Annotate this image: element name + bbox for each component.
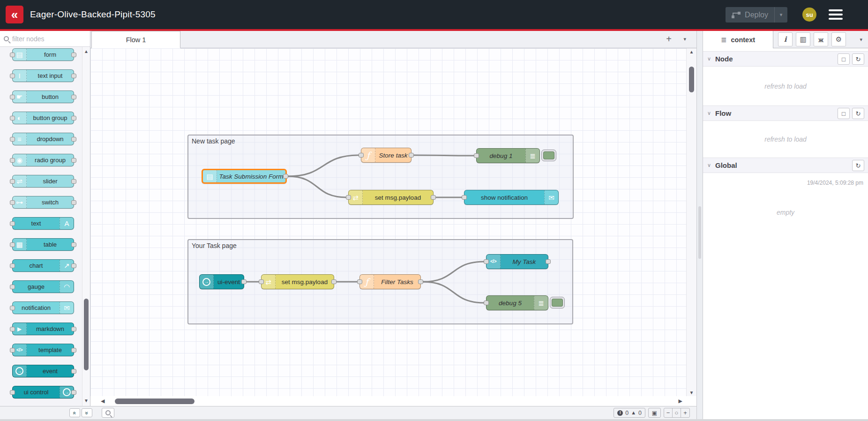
context-section-header-global[interactable]: ∨Global↻	[703, 158, 868, 173]
port-out[interactable]	[331, 279, 337, 284]
tab-flow-1[interactable]: Flow 1	[91, 31, 180, 48]
debug-toggle-button[interactable]	[550, 297, 565, 308]
palette-node-markdown[interactable]: ►markdown	[12, 323, 74, 335]
palette-node-chart[interactable]: ↗chart	[12, 259, 74, 272]
flow-node-filter-tasks[interactable]: ƒFilter Tasks	[359, 274, 421, 289]
port-in[interactable]	[10, 263, 15, 268]
port-out[interactable]	[409, 153, 414, 158]
flow-node-set-msg-payload-1[interactable]: ⇄set msg.payload	[348, 190, 434, 205]
bug-icon[interactable]: ж	[814, 32, 828, 46]
port-in[interactable]	[474, 153, 479, 158]
flow-node-show-notification[interactable]: ✉show notification	[464, 190, 559, 205]
scroll-up-icon[interactable]: ▲	[687, 49, 696, 54]
scroll-down-icon[interactable]: ▼	[82, 398, 90, 403]
port-in[interactable]	[10, 137, 15, 142]
port-out[interactable]	[71, 116, 76, 120]
port-out[interactable]	[71, 348, 76, 353]
deploy-button-main[interactable]: Deploy	[726, 7, 774, 23]
wire[interactable]	[423, 262, 484, 282]
wire[interactable]	[413, 155, 474, 156]
port-in[interactable]	[10, 285, 15, 289]
notification-counts[interactable]: ! 0 ▲ 0	[614, 408, 645, 418]
main-menu-button[interactable]	[829, 9, 843, 20]
vertical-scrollbar-thumb[interactable]	[689, 67, 694, 92]
port-in[interactable]	[484, 301, 489, 305]
palette-scrollbar[interactable]: ▲ ▼	[82, 47, 90, 406]
scroll-down-icon[interactable]: ▼	[687, 390, 696, 395]
canvas-vertical-scrollbar[interactable]: ▲ ▼	[686, 48, 696, 396]
palette-node-event[interactable]: →event	[12, 365, 74, 377]
zoom-reset-button[interactable]: ○	[673, 408, 681, 417]
port-out[interactable]	[71, 263, 76, 268]
palette-node-gauge[interactable]: ◠gauge	[12, 280, 74, 293]
port-out[interactable]	[71, 179, 76, 184]
port-in[interactable]	[10, 242, 15, 247]
port-out[interactable]	[283, 174, 288, 179]
port-out[interactable]	[71, 53, 76, 57]
port-in[interactable]	[10, 74, 15, 78]
port-in[interactable]	[359, 153, 364, 158]
refresh-button[interactable]: ↻	[852, 108, 864, 119]
port-out[interactable]	[71, 74, 76, 78]
flow-node-store-task[interactable]: ƒStore task	[361, 148, 412, 163]
palette-node-ui-control[interactable]: →ui control	[12, 386, 74, 398]
palette-node-switch[interactable]: ⊶switch	[12, 196, 74, 209]
port-out[interactable]	[431, 195, 436, 200]
port-out[interactable]	[71, 200, 76, 205]
palette-filter[interactable]	[0, 31, 90, 47]
port-out[interactable]	[546, 259, 551, 264]
port-in[interactable]	[10, 179, 15, 184]
scroll-right-icon[interactable]: ▶	[679, 398, 682, 404]
palette-node-button[interactable]: ☛button	[12, 90, 74, 103]
palette-node-notification[interactable]: ✉notification	[12, 301, 74, 314]
palette-scrollbar-thumb[interactable]	[84, 299, 89, 370]
flow-node-my-task[interactable]: </>My Task	[486, 254, 548, 269]
port-out[interactable]	[71, 327, 76, 331]
palette-node-form[interactable]: ▤form	[12, 48, 74, 61]
refresh-button[interactable]: ↻	[852, 53, 864, 65]
debug-toggle-button[interactable]	[541, 150, 556, 161]
flow-node-set-msg-payload-2[interactable]: ⇄set msg.payload	[261, 274, 334, 289]
flow-list-button[interactable]: ▾	[683, 36, 686, 42]
select-context-button[interactable]: □	[838, 108, 850, 119]
port-in[interactable]	[10, 158, 15, 163]
filter-nodes-input[interactable]	[12, 35, 73, 43]
port-in[interactable]	[259, 279, 264, 284]
port-in[interactable]	[10, 390, 15, 395]
wire[interactable]	[288, 155, 359, 176]
palette-node-template[interactable]: </>template	[12, 344, 74, 356]
wire[interactable]	[423, 282, 484, 303]
palette-node-text[interactable]: Atext	[12, 217, 74, 230]
port-out[interactable]	[71, 369, 76, 374]
user-avatar[interactable]: su	[802, 8, 816, 22]
flow-canvas[interactable]: New task pageYour Task page▤Task Submiss…	[90, 48, 686, 396]
port-in[interactable]	[462, 195, 467, 200]
port-in[interactable]	[10, 200, 15, 205]
palette-node-table[interactable]: ▦table	[12, 238, 74, 251]
deploy-options-caret[interactable]: ▾	[774, 7, 787, 23]
port-in[interactable]	[10, 221, 15, 226]
port-in[interactable]	[357, 279, 362, 284]
book-icon[interactable]: ▥	[796, 32, 810, 46]
port-in[interactable]	[10, 348, 15, 353]
port-in[interactable]	[10, 327, 15, 331]
divider-handle[interactable]	[698, 206, 701, 259]
palette-node-button-group[interactable]: ◐button group	[12, 112, 74, 124]
palette-node-slider[interactable]: ⇌slider	[12, 175, 74, 188]
flow-node-ui-event[interactable]: →ui-event	[199, 274, 244, 289]
context-section-header-flow[interactable]: ∨Flow□↻	[703, 105, 868, 121]
sidebar-menu-caret[interactable]: ▾	[860, 37, 862, 43]
chevron-down-icon[interactable]: ∨	[703, 162, 715, 168]
palette-node-dropdown[interactable]: ≡dropdown	[12, 133, 74, 145]
port-out[interactable]	[71, 390, 76, 395]
flow-node-task-submission-form[interactable]: ▤Task Submission Form	[202, 169, 287, 184]
sidebar-resize-divider[interactable]	[696, 31, 703, 419]
canvas-horizontal-scrollbar[interactable]: ◀ ▶	[90, 396, 686, 406]
palette-node-radio-group[interactable]: ◉radio group	[12, 154, 74, 166]
port-out[interactable]	[418, 279, 423, 284]
zoom-out-button[interactable]: −	[664, 408, 673, 417]
add-flow-button[interactable]: +	[666, 34, 672, 45]
port-in[interactable]	[10, 306, 15, 310]
info-icon[interactable]: i	[778, 32, 793, 46]
select-context-button[interactable]: □	[838, 53, 850, 65]
